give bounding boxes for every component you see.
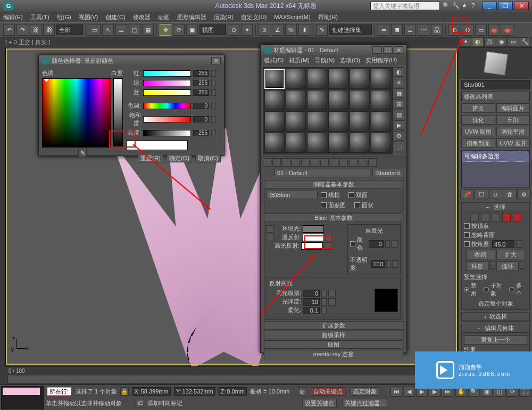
render-frame-button[interactable]: ▭ (475, 24, 487, 36)
prev-frame[interactable]: ◀ (403, 386, 415, 397)
lock-selection[interactable]: 🔒 (120, 387, 129, 396)
show-end[interactable] (349, 158, 358, 167)
material-type-button[interactable]: Standard (372, 169, 403, 177)
mat-id[interactable] (330, 158, 338, 167)
multi-radio[interactable] (509, 287, 514, 292)
selection-rollout[interactable]: 选择 (462, 203, 529, 211)
btn-extrude[interactable]: 挤出 (461, 103, 495, 113)
material-slot[interactable] (264, 133, 285, 153)
go-sibling[interactable] (368, 158, 377, 167)
material-slot[interactable] (350, 90, 370, 110)
hue-saturation-picker[interactable] (42, 78, 111, 147)
vertex-subobj[interactable] (470, 213, 479, 222)
material-slot[interactable] (328, 111, 348, 132)
s-spinner[interactable] (211, 116, 216, 122)
material-slot[interactable] (307, 111, 327, 132)
utilities-tab[interactable]: 🔧 (520, 37, 531, 47)
diffuse-lock[interactable] (267, 234, 274, 241)
repeatlast-button[interactable]: 重复上一个 (464, 335, 527, 345)
menu-help[interactable]: 帮助(H) (318, 13, 338, 21)
menu-grapheditors[interactable]: 图形编辑器 (177, 13, 206, 21)
put-to-scene[interactable] (272, 158, 281, 167)
btn-optimize[interactable]: 优化 (461, 115, 495, 125)
render-prod-button[interactable]: 🫖 (502, 24, 513, 36)
make-preview[interactable]: ▶ (394, 120, 404, 130)
btn-editpatch[interactable]: 编辑面片 (496, 103, 530, 113)
material-slot[interactable] (350, 69, 370, 89)
select-arrow[interactable]: ↖ (102, 24, 114, 36)
assign-to-sel[interactable] (282, 158, 290, 167)
show-end-result[interactable]: ☐ (475, 190, 488, 199)
btn-uvwmap[interactable]: UVW 贴图 (461, 127, 495, 136)
menu-tools[interactable]: 工具(T) (30, 13, 49, 21)
mirror-button[interactable]: ⇔ (378, 24, 389, 36)
h-value[interactable]: 0 (193, 103, 209, 109)
material-editor-title-bar[interactable]: 材质编辑器 - 01 - Default _ □ ✕ (261, 45, 406, 55)
reset-button[interactable]: 重置(R) (138, 154, 163, 162)
loop-button[interactable]: 循环 (496, 261, 519, 271)
put-to-lib[interactable] (320, 158, 329, 167)
select-region[interactable]: ▢ (129, 24, 140, 36)
material-slot-1[interactable] (264, 69, 285, 89)
g-value[interactable]: 255 (193, 80, 209, 86)
specular-swatch[interactable] (301, 242, 322, 250)
material-slot[interactable] (371, 133, 391, 153)
btn-bevelprofile[interactable]: 倒角剖面 (461, 138, 495, 148)
byangle-check[interactable] (464, 241, 470, 247)
s-slider[interactable] (143, 116, 191, 122)
curve-editor[interactable]: 〰 (418, 24, 429, 36)
material-slot[interactable] (350, 133, 370, 153)
snap-button[interactable]: 3 (259, 24, 270, 36)
material-slot[interactable] (307, 133, 327, 153)
r-value[interactable]: 255 (193, 70, 209, 77)
h-slider[interactable] (143, 103, 191, 109)
off-radio[interactable] (464, 287, 469, 292)
sample-uv[interactable]: ⊞ (394, 99, 404, 109)
btn-uvwunwrap[interactable]: UVW 展开 (496, 138, 530, 148)
b-value[interactable]: 255 (193, 89, 209, 96)
move-button[interactable]: ✥ (160, 24, 171, 36)
pivot-button[interactable]: ⊙ (228, 24, 239, 36)
goto-start[interactable]: ⏮ (390, 386, 402, 397)
color-dialog-title-bar[interactable]: 颜色选择器: 漫反射颜色 ✕ (39, 55, 224, 66)
cancel-button[interactable]: 取消(C) (195, 154, 221, 162)
menu-animation[interactable]: 动画 (158, 13, 170, 21)
setkey-button[interactable]: 设置关键点 (302, 399, 337, 407)
modifier-stack[interactable]: 可编辑多边形 (461, 150, 530, 187)
material-slot[interactable] (264, 111, 285, 132)
unlink-button[interactable]: ⛓̸ (43, 24, 55, 36)
si-spinner[interactable] (385, 240, 390, 248)
value-slider[interactable] (113, 78, 123, 147)
configure[interactable]: ⚙ (517, 190, 531, 199)
blinn-basic-rollout[interactable]: Blinn 基本参数 (264, 214, 403, 222)
diffuse-map[interactable] (326, 234, 333, 241)
speclevel-map[interactable] (328, 290, 336, 297)
v-spinner[interactable] (211, 130, 216, 136)
eyedropper-button[interactable]: ✎ (78, 149, 87, 157)
b-slider[interactable] (143, 89, 191, 96)
select-name[interactable]: ☰ (115, 24, 127, 36)
material-slot[interactable] (286, 69, 306, 89)
material-slot[interactable] (328, 133, 348, 153)
timeline[interactable]: 0 / 100 (4, 366, 458, 384)
edge-subobj[interactable] (481, 213, 489, 222)
ok-button[interactable]: 确定(O) (167, 154, 192, 162)
material-name[interactable]: 01 - Default (275, 169, 370, 177)
background[interactable]: ▦ (394, 88, 404, 98)
pin-stack[interactable]: 📌 (460, 190, 474, 199)
me-menu-util[interactable]: 实用程序(U) (365, 56, 397, 64)
speclevel-value[interactable]: 0 (303, 290, 320, 297)
g-slider[interactable] (143, 80, 191, 86)
me-maximize[interactable]: □ (383, 46, 393, 54)
me-close[interactable]: ✕ (394, 46, 403, 54)
make-unique[interactable]: ∪ (489, 190, 503, 199)
color-dialog-close[interactable]: ✕ (211, 57, 221, 64)
options[interactable]: ⚙ (394, 131, 404, 141)
mini-curve-editor[interactable] (1, 386, 44, 409)
material-slot[interactable] (286, 133, 306, 153)
si-color-check[interactable] (350, 241, 355, 247)
angle-spinner[interactable] (516, 240, 521, 248)
selset-dropdown[interactable]: 选定对象 (351, 387, 379, 396)
gloss-value[interactable]: 10 (303, 298, 320, 306)
asnap-button[interactable]: ∠ (272, 24, 284, 36)
